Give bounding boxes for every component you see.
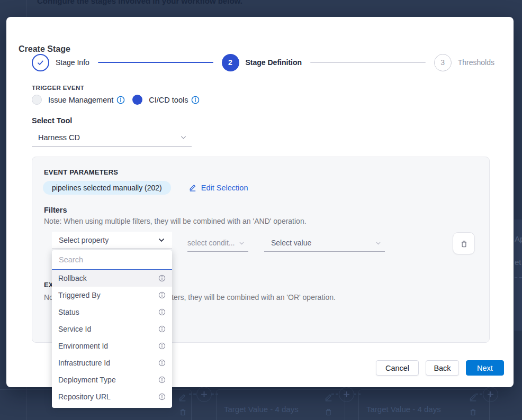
radio-label: CI/CD tools (149, 96, 188, 104)
dropdown-option-label: Service Id (58, 325, 91, 333)
info-icon[interactable] (158, 359, 166, 367)
edit-selection-link[interactable]: Edit Selection (188, 184, 248, 192)
search-input[interactable] (52, 250, 172, 270)
create-stage-modal: Create Stage Stage Info 2 Stage Definiti… (6, 17, 514, 387)
radio-unchecked-icon (32, 95, 42, 105)
dropdown-option-status[interactable]: Status (52, 304, 172, 321)
dropdown-option-label: Repository URL (58, 392, 111, 401)
filter-row: Select property Rollback Trigge (52, 232, 478, 254)
delete-filter-button[interactable] (453, 232, 475, 254)
step-label: Stage Definition (246, 58, 302, 67)
background-text-fragment: et (515, 258, 521, 267)
add-stage-icon (196, 387, 212, 402)
step-connector (98, 62, 213, 63)
step-done-circle (32, 54, 49, 71)
info-icon[interactable] (191, 96, 200, 104)
background-dashed-connector (331, 394, 338, 395)
info-icon[interactable] (158, 275, 166, 282)
event-parameters-panel: EVENT PARAMETERS pipelines selected manu… (32, 157, 490, 343)
check-icon (37, 59, 44, 67)
value-select[interactable]: Select value (264, 234, 385, 252)
select-tool-value: Harness CD (38, 133, 80, 142)
dropdown-option-label: Deployment Type (58, 376, 116, 384)
info-icon[interactable] (158, 291, 166, 299)
selection-row: pipelines selected manually (202) Edit S… (43, 181, 248, 195)
edit-selection-label: Edit Selection (201, 184, 248, 192)
background-text-fragment: Ap (515, 234, 522, 243)
dropdown-option-rollback[interactable]: Rollback (52, 270, 172, 287)
dropdown-option-triggered-by[interactable]: Triggered By (52, 287, 172, 304)
chevron-down-icon (238, 240, 245, 246)
background-stage-card: Target Value - 4 days (358, 389, 490, 420)
info-icon[interactable] (158, 393, 166, 400)
background-card-label: Target Value - 4 days (224, 405, 299, 414)
add-stage-icon (483, 387, 498, 402)
property-select-wrap: Select property Rollback Trigge (52, 232, 172, 249)
cancel-button[interactable]: Cancel (376, 360, 419, 376)
background-dashed-connector (515, 277, 522, 278)
dropdown-option-label: Infrastructure Id (58, 359, 110, 367)
add-stage-icon (339, 387, 354, 402)
trash-icon (460, 239, 469, 248)
filters-note: Note: When using multiple filters, they … (44, 217, 307, 225)
selection-pill: pipelines selected manually (202) (43, 181, 171, 195)
condition-select[interactable]: select condit... (187, 234, 248, 252)
trigger-event-options: Issue Management CI/CD tools (32, 95, 200, 105)
filters-title: Filters (44, 206, 67, 214)
radio-cicd-tools[interactable]: CI/CD tools (132, 95, 200, 105)
back-button[interactable]: Back (426, 360, 459, 376)
property-dropdown: Rollback Triggered By Status Servic (52, 250, 172, 408)
info-icon[interactable] (158, 308, 166, 316)
create-stage-screen: Configure the stages involved in your wo… (0, 0, 522, 420)
dropdown-option-label: Environment Id (58, 342, 108, 350)
dropdown-option-repository-url[interactable]: Repository URL (52, 388, 172, 405)
modal-title: Create Stage (19, 44, 70, 54)
chevron-down-icon (375, 240, 382, 246)
step-active-circle: 2 (222, 54, 239, 71)
condition-placeholder: select condit... (187, 239, 235, 247)
edit-icon (178, 393, 187, 402)
select-tool-dropdown[interactable]: Harness CD (32, 129, 192, 147)
step-connector (310, 62, 426, 63)
trash-icon (178, 407, 187, 416)
step-label: Thresholds (458, 58, 494, 67)
info-icon[interactable] (116, 96, 125, 104)
dropdown-option-label: Rollback (58, 274, 87, 282)
step-stage-definition[interactable]: 2 Stage Definition (222, 54, 302, 71)
radio-issue-management[interactable]: Issue Management (32, 95, 125, 105)
modal-footer: Cancel Back Next (376, 360, 504, 376)
event-parameters-title: EVENT PARAMETERS (44, 168, 118, 176)
stepper: Stage Info 2 Stage Definition 3 Threshol… (32, 53, 494, 71)
property-select-placeholder: Select property (59, 236, 109, 244)
radio-label: Issue Management (48, 96, 113, 104)
dropdown-option-environment-id[interactable]: Environment Id (52, 337, 172, 354)
chevron-down-icon (157, 236, 166, 244)
background-dashed-connector (475, 394, 482, 395)
step-thresholds[interactable]: 3 Thresholds (434, 54, 494, 71)
dropdown-option-label: Triggered By (58, 291, 101, 299)
step-label: Stage Info (56, 58, 89, 67)
info-icon[interactable] (158, 325, 166, 333)
trash-icon (324, 407, 333, 416)
value-placeholder: Select value (271, 239, 311, 247)
background-page-subtitle: Configure the stages involved in your wo… (37, 0, 242, 5)
dropdown-option-label: Status (58, 308, 79, 316)
select-tool-label: Select Tool (32, 116, 72, 125)
trigger-event-label: TRIGGER EVENT (32, 85, 84, 91)
radio-checked-icon (132, 95, 142, 105)
background-card-label: Target Value - 4 days (366, 405, 441, 414)
background-stage-card: Target Value - 4 days (216, 389, 345, 420)
dropdown-option-service-id[interactable]: Service Id (52, 321, 172, 337)
chevron-down-icon (179, 133, 187, 141)
edit-icon (188, 184, 197, 192)
property-select[interactable]: Select property (52, 232, 172, 249)
trash-icon (469, 407, 478, 416)
dropdown-option-deployment-type[interactable]: Deployment Type (52, 371, 172, 388)
info-icon[interactable] (158, 376, 166, 384)
next-button[interactable]: Next (466, 360, 504, 376)
background-dashed-connector (189, 394, 196, 395)
dropdown-option-infrastructure-id[interactable]: Infrastructure Id (52, 354, 172, 371)
step-stage-info[interactable]: Stage Info (32, 54, 89, 71)
info-icon[interactable] (158, 342, 166, 350)
step-pending-circle: 3 (434, 54, 452, 71)
